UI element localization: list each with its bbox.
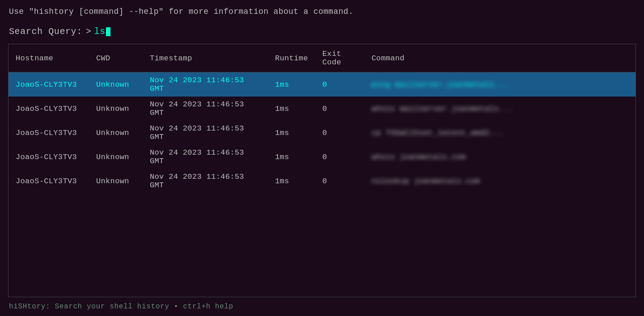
table-row[interactable]: JoaoS-CLY3TV3UnknownNov 24 2023 11:46:53… <box>8 121 636 145</box>
table-cell-command: cp TXGaCl5set_latest_amd2... <box>364 121 636 145</box>
results-table-container: Hostname CWD Timestamp Runtime Exit Code… <box>8 44 636 297</box>
table-cell-exitcode: 0 <box>315 169 364 193</box>
table-cell-timestamp: Nov 24 2023 11:46:53 GMT <box>143 121 268 145</box>
table-cell-command: ping mailserver.joanmetals... <box>364 72 636 97</box>
table-cell-command: nslookup joanmetals.com <box>364 169 636 193</box>
search-bar[interactable]: Search Query: > ls <box>0 22 644 44</box>
table-cell-command: whois joanmetals.com <box>364 145 636 169</box>
table-cell-exitcode: 0 <box>315 121 364 145</box>
table-cell-runtime: 1ms <box>268 169 315 193</box>
results-table: Hostname CWD Timestamp Runtime Exit Code… <box>8 44 636 193</box>
footer: hiSHtory: Search your shell history • ct… <box>0 297 644 316</box>
search-prompt: > <box>86 26 92 37</box>
table-cell-runtime: 1ms <box>268 121 315 145</box>
col-header-command: Command <box>364 44 636 72</box>
table-cell-cwd: Unknown <box>89 145 143 169</box>
col-header-cwd: CWD <box>89 44 143 72</box>
col-header-timestamp: Timestamp <box>143 44 268 72</box>
search-label: Search Query: <box>9 26 82 37</box>
table-cell-hostname: JoaoS-CLY3TV3 <box>8 145 89 169</box>
table-row[interactable]: JoaoS-CLY3TV3UnknownNov 24 2023 11:46:53… <box>8 97 636 121</box>
table-cell-hostname: JoaoS-CLY3TV3 <box>8 72 89 97</box>
col-header-runtime: Runtime <box>268 44 315 72</box>
table-cell-cwd: Unknown <box>89 121 143 145</box>
table-cell-runtime: 1ms <box>268 72 315 97</box>
table-cell-exitcode: 0 <box>315 97 364 121</box>
table-body: JoaoS-CLY3TV3UnknownNov 24 2023 11:46:53… <box>8 72 636 194</box>
table-cell-cwd: Unknown <box>89 72 143 97</box>
table-cell-hostname: JoaoS-CLY3TV3 <box>8 169 89 193</box>
table-cell-command: whois mailserver.joanmetals... <box>364 97 636 121</box>
table-cell-timestamp: Nov 24 2023 11:46:53 GMT <box>143 97 268 121</box>
terminal-app: Use "hishtory [command] --help" for more… <box>0 0 644 316</box>
table-cell-exitcode: 0 <box>315 145 364 169</box>
table-header-row: Hostname CWD Timestamp Runtime Exit Code… <box>8 44 636 72</box>
table-cell-timestamp: Nov 24 2023 11:46:53 GMT <box>143 145 268 169</box>
help-text: Use "hishtory [command] --help" for more… <box>0 0 644 22</box>
table-row[interactable]: JoaoS-CLY3TV3UnknownNov 24 2023 11:46:53… <box>8 145 636 169</box>
table-cell-hostname: JoaoS-CLY3TV3 <box>8 97 89 121</box>
table-row[interactable]: JoaoS-CLY3TV3UnknownNov 24 2023 11:46:53… <box>8 72 636 97</box>
search-value: ls <box>94 26 105 37</box>
table-row[interactable]: JoaoS-CLY3TV3UnknownNov 24 2023 11:46:53… <box>8 169 636 193</box>
table-cell-runtime: 1ms <box>268 145 315 169</box>
search-cursor <box>106 27 110 36</box>
table-cell-cwd: Unknown <box>89 97 143 121</box>
table-cell-hostname: JoaoS-CLY3TV3 <box>8 121 89 145</box>
col-header-hostname: Hostname <box>8 44 89 72</box>
table-cell-timestamp: Nov 24 2023 11:46:53 GMT <box>143 72 268 97</box>
col-header-exitcode: Exit Code <box>315 44 364 72</box>
table-cell-exitcode: 0 <box>315 72 364 97</box>
table-cell-cwd: Unknown <box>89 169 143 193</box>
table-cell-timestamp: Nov 24 2023 11:46:53 GMT <box>143 169 268 193</box>
table-cell-runtime: 1ms <box>268 97 315 121</box>
